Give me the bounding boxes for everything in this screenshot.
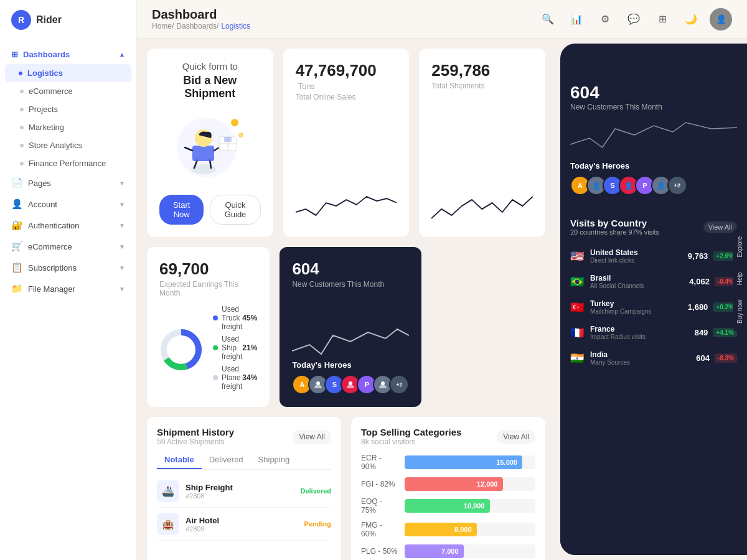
categories-subtitle: 8k social visitors: [361, 437, 461, 446]
visits-section: Visits by Country 20 countries share 97%…: [560, 205, 747, 555]
shipment-name: Ship Freight: [186, 483, 294, 492]
nav-item-marketing[interactable]: Marketing: [0, 118, 136, 136]
heroes-section: Today's Heroes A S P: [292, 360, 409, 394]
breadcrumb: Home/ Dashboards/ Logistics: [152, 22, 250, 30]
categories-view-all[interactable]: View All: [497, 430, 535, 444]
country-value-us: 9,763: [688, 251, 708, 261]
quick-guide-button[interactable]: Quick Guide: [210, 195, 260, 225]
bar-label-eoq: EOQ - 75%: [361, 497, 398, 515]
nav: ⊞ Dashboards ▲ Logistics eCommerce Proje…: [0, 40, 136, 560]
nav-parent-authentication[interactable]: 🔐 Authentication ▼: [0, 215, 136, 236]
plane-dot: [213, 375, 218, 380]
logo[interactable]: R Rider: [0, 0, 136, 40]
country-sub-tr: Mailchimp Campaigns: [590, 308, 683, 315]
country-row-br: 🇧🇷 Brasil All Social Channels 4,062 -0.4…: [560, 269, 747, 294]
explore-button[interactable]: Explore: [733, 229, 747, 265]
nav-parent-account[interactable]: 👤 Account ▼: [0, 194, 136, 215]
nav-section-dashboards[interactable]: ⊞ Dashboards ▲: [0, 45, 136, 64]
shipment-icon2: 🏨: [157, 513, 179, 535]
flag-fr: 🇫🇷: [570, 326, 585, 340]
shipment-view-all[interactable]: View All: [293, 430, 331, 444]
chevron-down-icon: ▼: [119, 264, 125, 271]
categories-title: Top Selling Categories: [361, 427, 461, 437]
bar-label-fmg: FMG - 60%: [361, 521, 398, 538]
right-heroes-title: Today's Heroes: [570, 161, 737, 170]
bar-row-plg: PLG - 50% 7,000: [361, 544, 535, 558]
tab-delivered[interactable]: Delivered: [202, 451, 251, 469]
bar-row-eoq: EOQ - 75% 10,000: [361, 497, 535, 515]
settings-icon[interactable]: ⚙: [595, 9, 615, 29]
shipment-icon: 🚢: [157, 480, 179, 502]
nav-item-store-analytics[interactable]: Store Analytics: [0, 136, 136, 154]
user-avatar[interactable]: 👤: [710, 8, 732, 30]
nav-item-projects[interactable]: Projects: [0, 100, 136, 118]
earnings-label: Expected Earnings This Month: [159, 280, 257, 297]
dark-mode-icon[interactable]: 🌙: [681, 9, 701, 29]
svg-rect-13: [224, 137, 232, 142]
dot-icon: [20, 126, 24, 129]
search-icon[interactable]: 🔍: [538, 9, 558, 29]
sales-unit: Tons: [298, 82, 315, 91]
visits-view-all[interactable]: View All: [703, 222, 737, 233]
svg-rect-6: [192, 146, 214, 161]
shipment-row: 🏨 Air Hotel #2809 Pending: [157, 508, 331, 541]
ecommerce-icon: 🛒: [11, 241, 23, 252]
tab-shipping[interactable]: Shipping: [251, 451, 298, 469]
country-sub-us: Direct link clicks: [590, 257, 683, 264]
middle-cards: 69,700 Expected Earnings This Month: [147, 247, 545, 407]
grid-icon: ⊞: [11, 50, 18, 59]
bar-chart-icon[interactable]: 📊: [566, 9, 586, 29]
right-customers-label: New Customers This Month: [570, 103, 737, 111]
country-row-fr: 🇫🇷 France Impact Radius visits 849 +4.1%: [560, 320, 747, 345]
right-heroes-avatars: A 👤 S 👤 P 👤 +2: [570, 175, 737, 195]
nav-parent-pages[interactable]: 📄 Pages ▼: [0, 172, 136, 194]
bar-chart: ECR - 90% 15,000 FGI - 82% 1: [361, 454, 535, 558]
illustration-svg: [166, 113, 253, 182]
ship-dot: [213, 345, 218, 350]
bottom-cards: Shipment History 59 Active Shipments Vie…: [147, 417, 545, 560]
country-name-us: United States: [590, 248, 683, 257]
logo-icon: R: [11, 10, 31, 30]
file-manager-icon: 📁: [11, 283, 23, 294]
right-heroes: Today's Heroes A 👤 S 👤 P 👤 +2: [570, 161, 737, 195]
categories-card: Top Selling Categories 8k social visitor…: [351, 417, 545, 560]
right-sparkline: [570, 116, 737, 154]
country-value-tr: 1,680: [688, 302, 708, 312]
customers-card: 604 New Customers This Month Today's Her…: [280, 247, 421, 407]
sidebar: R Rider ⊞ Dashboards ▲ Logistics eCommer…: [0, 0, 137, 560]
nav-item-finance[interactable]: Finance Performance: [0, 154, 136, 172]
nav-parent-ecommerce[interactable]: 🛒 eCommerce ▼: [0, 236, 136, 257]
quick-form-illustration: [166, 110, 253, 185]
country-name-fr: France: [590, 325, 690, 334]
auth-icon: 🔐: [11, 220, 23, 231]
header: Dashboard Home/ Dashboards/ Logistics 🔍 …: [137, 0, 747, 39]
main-content: Dashboard Home/ Dashboards/ Logistics 🔍 …: [137, 0, 747, 560]
country-row-us: 🇺🇸 United States Direct link clicks 9,76…: [560, 243, 747, 269]
sales-label: Total Online Sales: [296, 93, 397, 101]
right-customers-number: 604: [570, 83, 599, 102]
chevron-down-icon: ▼: [119, 180, 125, 187]
freight-legend: Used Truck freight 45% Used Ship freight…: [213, 305, 257, 394]
nav-item-logistics[interactable]: Logistics: [5, 64, 131, 82]
page-title: Dashboard: [152, 7, 250, 22]
nav-parent-file-manager[interactable]: 📁 File Manager ▼: [0, 278, 136, 299]
shipment-name2: Air Hotel: [186, 516, 298, 525]
country-sub-br: All Social Channels: [590, 282, 684, 289]
chat-icon[interactable]: 💬: [624, 9, 644, 29]
content-area: Quick form to Bid a New Shipment: [137, 39, 747, 560]
tab-notable[interactable]: Notable: [157, 451, 202, 469]
nav-item-ecommerce[interactable]: eCommerce: [0, 82, 136, 100]
country-value-in: 604: [696, 353, 710, 363]
svg-point-1: [231, 119, 238, 126]
buy-now-button[interactable]: Buy now: [733, 292, 747, 331]
grid-view-icon[interactable]: ⊞: [652, 9, 672, 29]
shipment-history-card: Shipment History 59 Active Shipments Vie…: [147, 417, 341, 560]
subscriptions-icon: 📋: [11, 262, 23, 273]
hero-avatar-more: +2: [389, 375, 409, 394]
sales-sparkline: [296, 101, 397, 225]
help-button[interactable]: Help: [733, 264, 747, 292]
shipment-id: #2808: [186, 492, 294, 500]
quick-form-subtitle: Bid a New Shipment: [159, 74, 261, 100]
nav-parent-subscriptions[interactable]: 📋 Subscriptions ▼: [0, 257, 136, 278]
start-now-button[interactable]: Start Now: [159, 195, 204, 225]
